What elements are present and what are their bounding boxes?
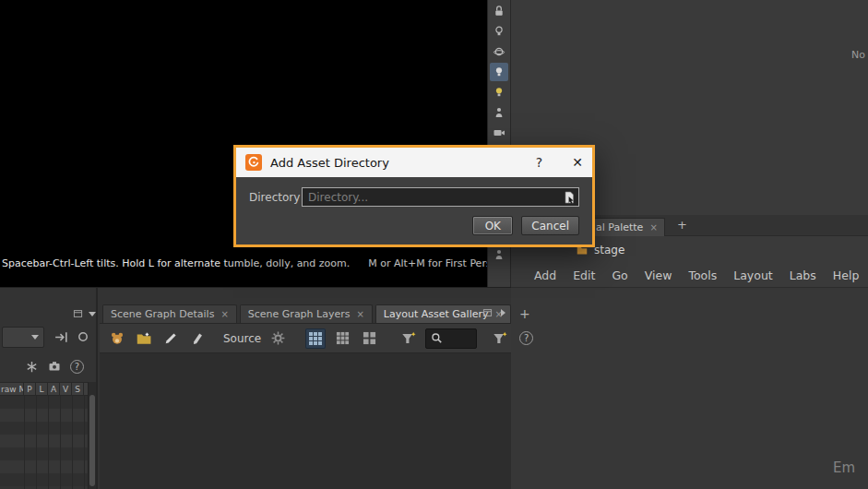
person-icon[interactable] [490,103,508,122]
help-icon[interactable]: ? [519,331,533,345]
camera-icon[interactable] [490,124,508,142]
column-divider [36,396,37,489]
status-hint-right: M or Alt+M for First Person [368,257,504,269]
dialog-body: Directory OK Cancel [236,177,592,244]
pane-icon[interactable] [482,307,493,318]
directory-input-field[interactable] [304,191,564,204]
gallery-toolbar: Source [100,324,511,353]
truncated-top-text: No [851,49,865,61]
palette-tab-label: al Palette [596,221,643,233]
pin-selection-icon[interactable] [54,329,69,345]
search-icon [430,331,444,345]
menu-edit[interactable]: Edit [565,268,603,282]
column-header[interactable]: L [36,383,48,395]
houdini-logo-icon [245,154,262,171]
menu-add[interactable]: Add [526,268,565,282]
teddy-bear-icon[interactable] [107,328,127,349]
column-header[interactable]: P [24,383,36,395]
display-mode-dropdown[interactable] [2,327,44,348]
dialog-close-button[interactable]: ✕ [572,155,583,170]
file-chooser-icon[interactable] [564,191,576,204]
asterisk-icon[interactable] [25,360,39,374]
link-circle-icon[interactable] [76,329,90,344]
menu-tools[interactable]: Tools [680,268,725,282]
list-view-icon[interactable] [359,328,379,349]
add-tab-button[interactable]: + [673,218,691,232]
scene-graph-table-header: raw M P L A V S [0,382,89,396]
gallery-content-area[interactable] [100,353,511,489]
gear-icon[interactable] [268,328,288,349]
dialog-title: Add Asset Directory [270,156,536,170]
viewport-status-text: Spacebar-Ctrl-Left tilts. Hold L for alt… [2,257,504,269]
lock-icon[interactable] [490,2,508,20]
bulb-selected-icon[interactable] [490,63,508,81]
close-icon[interactable]: × [649,222,657,233]
filter-funnel-star-icon[interactable] [490,328,510,349]
source-label: Source [223,332,261,345]
filter-funnel-star-icon[interactable] [398,328,419,349]
menu-go[interactable]: Go [603,268,636,282]
tab-material-palette[interactable]: al Palette × [589,218,665,236]
bulb-on-icon[interactable] [490,83,508,101]
houdini-window: Spacebar-Ctrl-Left tilts. Hold L for alt… [0,0,868,489]
scrollbar-thumb[interactable] [89,395,95,486]
chevron-right-icon[interactable] [501,309,505,316]
search-input[interactable] [425,328,477,349]
menu-labs[interactable]: Labs [781,268,825,282]
sphere-icon[interactable] [490,42,508,61]
column-header[interactable]: raw M [0,383,24,395]
person-icon[interactable] [490,245,508,264]
pane-icon[interactable] [72,308,84,319]
menu-layout[interactable]: Layout [725,268,781,282]
column-divider [84,396,85,489]
gallery-pane: Scene Graph Details × Scene Graph Layers… [100,288,511,489]
dialog-title-bar[interactable]: Add Asset Directory ? ✕ [236,148,592,177]
gallery-toolbar-right: ? [490,328,533,349]
column-header[interactable]: V [60,383,72,395]
column-header[interactable]: S [72,383,84,395]
table-row[interactable] [0,422,89,435]
cancel-button[interactable]: Cancel [521,216,579,235]
tab-label: Scene Graph Details [111,308,214,320]
table-row[interactable] [0,396,89,409]
directory-input[interactable] [302,187,579,207]
table-row[interactable] [0,460,89,473]
snapshot-camera-icon[interactable] [47,359,62,374]
table-row[interactable] [0,473,89,486]
folder-add-icon[interactable] [134,328,154,349]
scene-graph-toolbar: ? [25,359,84,374]
column-header[interactable]: A [48,383,60,395]
help-icon[interactable]: ? [70,360,84,374]
grid-view-medium-icon[interactable] [332,328,352,349]
chevron-down-icon[interactable] [89,312,96,316]
tab-scene-graph-details[interactable]: Scene Graph Details × [102,304,237,323]
ok-button[interactable]: OK [472,216,513,235]
bulb-icon[interactable] [490,22,508,41]
close-icon[interactable]: × [220,309,228,319]
dialog-help-button[interactable]: ? [536,155,542,170]
add-tab-button[interactable]: + [514,306,536,323]
column-divider [48,396,49,489]
table-row[interactable] [0,409,89,422]
menu-view[interactable]: View [636,268,681,282]
close-icon[interactable]: × [356,309,363,319]
pane-corner-controls [72,308,96,319]
tab-label: Scene Graph Layers [248,308,351,320]
grid-view-large-icon[interactable] [305,328,326,349]
scrollbar[interactable] [88,382,96,489]
menu-help[interactable]: Help [825,268,868,282]
stage-label[interactable]: stage [594,244,624,256]
pane-corner-controls [482,307,505,318]
column-divider [72,396,73,489]
pen-icon[interactable] [187,328,208,349]
stage-content-area: Em [511,288,868,489]
scene-graph-rows [0,396,89,489]
empty-state-text: Em [833,459,855,476]
table-row[interactable] [0,435,89,447]
tab-label: Layout Asset Gallery [384,308,489,320]
pencil-icon[interactable] [161,328,181,349]
bottom-panel: ? raw M P L A V S [0,287,511,489]
scene-graph-column: ? raw M P L A V S [0,288,98,489]
table-row[interactable] [0,447,89,460]
tab-scene-graph-layers[interactable]: Scene Graph Layers × [240,304,373,323]
